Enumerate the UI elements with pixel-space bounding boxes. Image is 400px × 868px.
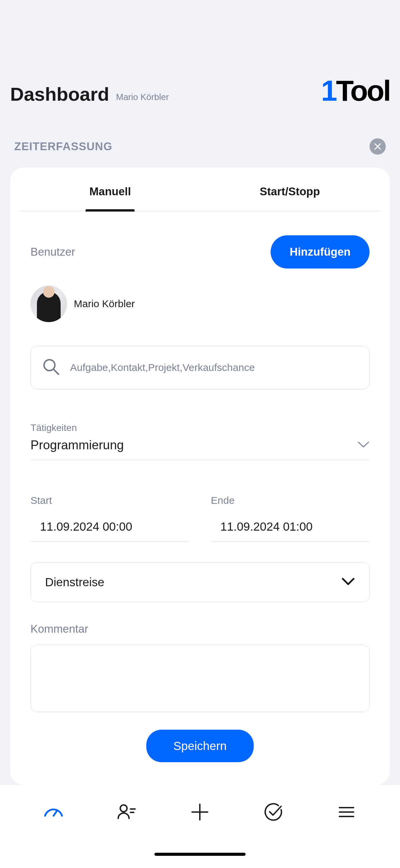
svg-point-1 [44, 360, 55, 371]
svg-line-2 [54, 370, 59, 374]
start-field[interactable]: Start 11.09.2024 00:00 [30, 495, 189, 542]
logo: 1Tool [321, 76, 390, 105]
header: Dashboard Mario Körbler 1Tool [0, 0, 400, 117]
logo-one: 1 [321, 74, 336, 107]
page-title: Dashboard [10, 83, 109, 105]
check-circle-icon [263, 802, 284, 823]
comment-group: Kommentar [30, 623, 370, 713]
end-value: 11.09.2024 01:00 [211, 520, 370, 542]
close-button[interactable] [370, 138, 386, 155]
comment-label: Kommentar [30, 623, 370, 635]
search-icon [42, 358, 60, 377]
user-entry[interactable]: Mario Körbler [30, 285, 370, 322]
section-header: ZEITERFASSUNG [0, 117, 400, 163]
end-label: Ende [211, 495, 370, 506]
bottom-nav [0, 785, 400, 853]
close-icon [370, 138, 386, 155]
svg-point-4 [120, 805, 127, 812]
search-field[interactable] [30, 346, 370, 389]
nav-menu[interactable] [336, 801, 357, 823]
tab-startstop[interactable]: Start/Stopp [200, 167, 380, 211]
end-field[interactable]: Ende 11.09.2024 01:00 [211, 495, 370, 542]
home-indicator-area [0, 853, 400, 868]
trip-select[interactable]: Dienstreise [30, 562, 370, 602]
section-title: ZEITERFASSUNG [14, 140, 112, 153]
menu-icon [336, 802, 357, 823]
form-body: Benutzer Hinzufügen Mario Körbler [10, 212, 390, 785]
avatar [30, 285, 67, 322]
svg-line-3 [54, 810, 57, 816]
selected-user-name: Mario Körbler [74, 298, 135, 310]
add-user-button[interactable]: Hinzufügen [271, 235, 370, 269]
plus-icon [189, 802, 210, 823]
nav-dashboard[interactable] [43, 801, 64, 823]
activity-value: Programmierung [30, 438, 124, 452]
avatar-person-icon [37, 292, 61, 322]
chevron-down-icon [357, 441, 370, 449]
nav-add[interactable] [189, 801, 211, 823]
gauge-icon [43, 802, 64, 823]
nav-tasks[interactable] [262, 801, 284, 823]
datetime-row: Start 11.09.2024 00:00 Ende 11.09.2024 0… [30, 495, 370, 542]
start-value: 11.09.2024 00:00 [30, 520, 189, 542]
user-row: Benutzer Hinzufügen [30, 235, 370, 269]
nav-contacts[interactable] [116, 801, 138, 823]
save-button[interactable]: Speichern [146, 730, 254, 762]
start-label: Start [30, 495, 189, 506]
person-icon [116, 802, 137, 823]
activity-label: Tätigkeiten [30, 422, 370, 433]
header-username: Mario Körbler [116, 92, 169, 102]
logo-tool: Tool [336, 74, 390, 107]
home-indicator[interactable] [154, 853, 246, 856]
tab-manual[interactable]: Manuell [20, 167, 200, 211]
user-label: Benutzer [30, 245, 75, 258]
time-tracking-card: Manuell Start/Stopp Benutzer Hinzufügen … [10, 167, 390, 785]
comment-input[interactable] [30, 645, 370, 712]
activity-field[interactable]: Tätigkeiten Programmierung [30, 422, 370, 460]
tabs: Manuell Start/Stopp [20, 167, 380, 212]
header-left: Dashboard Mario Körbler [10, 83, 169, 105]
search-input[interactable] [70, 362, 358, 373]
chevron-down-icon [341, 577, 355, 587]
trip-value: Dienstreise [45, 575, 104, 589]
